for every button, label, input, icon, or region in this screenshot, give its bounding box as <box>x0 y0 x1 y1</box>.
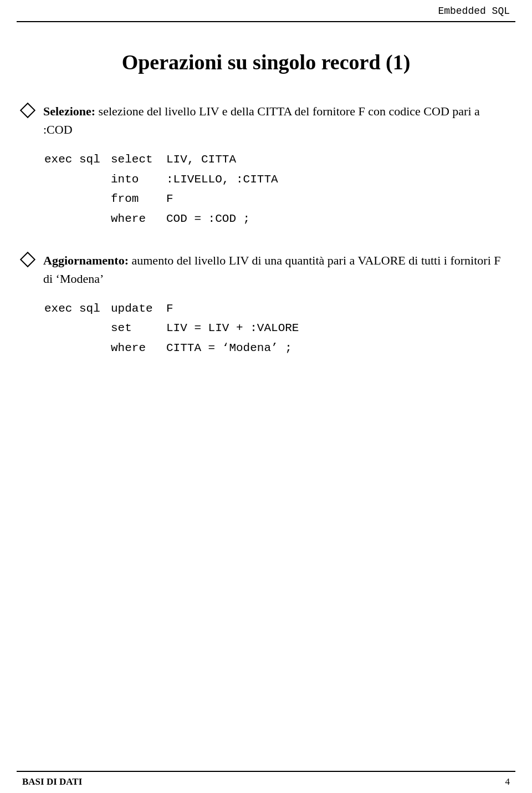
selezione-into-val: :LIVELLO, :CITTA <box>166 170 278 190</box>
selezione-into-kw: into <box>111 170 166 190</box>
selezione-exec-row: exec sql select LIV, CITTA <box>44 150 510 170</box>
aggiornamento-update-kw: update <box>111 299 166 319</box>
selezione-select-kw: select <box>111 150 166 170</box>
header-title: Embedded SQL <box>438 6 510 17</box>
aggiornamento-where-row: where CITTA = ‘Modena’ ; <box>44 338 510 358</box>
selezione-into-row: into :LIVELLO, :CITTA <box>44 170 510 190</box>
aggiornamento-title-block: Aggiornamento: aumento del livello LIV d… <box>43 251 510 288</box>
aggiornamento-exec-label: exec sql <box>44 299 111 319</box>
selezione-title: Selezione: selezione del livello LIV e d… <box>43 102 510 139</box>
aggiornamento-code: exec sql update F set LIV = LIV + :VALOR… <box>44 299 510 358</box>
selezione-header: Selezione: selezione del livello LIV e d… <box>22 102 510 139</box>
selezione-exec-label: exec sql <box>44 150 111 170</box>
aggiornamento-exec-row: exec sql update F <box>44 299 510 319</box>
aggiornamento-set-row: set LIV = LIV + :VALORE <box>44 318 510 338</box>
selezione-where-kw: where <box>111 209 166 229</box>
top-border <box>17 21 515 22</box>
selezione-section: Selezione: selezione del livello LIV e d… <box>22 102 510 229</box>
selezione-where-row: where COD = :COD ; <box>44 209 510 229</box>
selezione-desc: selezione del livello LIV e della CITTA … <box>43 104 480 136</box>
aggiornamento-set-kw: set <box>111 318 166 338</box>
selezione-code: exec sql select LIV, CITTA into :LIVELLO… <box>44 150 510 229</box>
selezione-from-val: F <box>166 189 173 209</box>
main-content: Operazioni su singolo record (1) Selezio… <box>22 33 510 760</box>
selezione-from-kw: from <box>111 189 166 209</box>
selezione-select-val: LIV, CITTA <box>166 150 236 170</box>
aggiornamento-section: Aggiornamento: aumento del livello LIV d… <box>22 251 510 358</box>
bottom-border <box>17 771 515 772</box>
footer-left: BASI DI DATI <box>22 776 82 787</box>
footer-right: 4 <box>505 776 510 787</box>
diamond-icon-2 <box>20 252 35 267</box>
aggiornamento-header: Aggiornamento: aumento del livello LIV d… <box>22 251 510 288</box>
aggiornamento-where-kw: where <box>111 338 166 358</box>
aggiornamento-where-val: CITTA = ‘Modena’ ; <box>166 338 292 358</box>
selezione-where-val: COD = :COD ; <box>166 209 250 229</box>
page-title: Operazioni su singolo record (1) <box>22 50 510 74</box>
aggiornamento-update-val: F <box>166 299 173 319</box>
aggiornamento-set-val: LIV = LIV + :VALORE <box>166 318 299 338</box>
selezione-label: Selezione: <box>43 104 95 118</box>
selezione-from-row: from F <box>44 189 510 209</box>
aggiornamento-label: Aggiornamento: <box>43 253 129 267</box>
diamond-icon <box>20 103 35 118</box>
